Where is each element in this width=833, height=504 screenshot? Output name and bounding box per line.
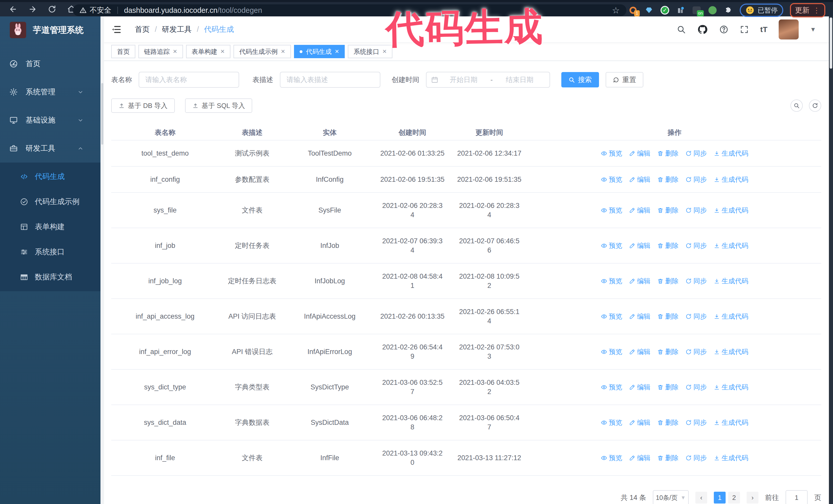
- generate-code-link[interactable]: 生成代码: [714, 206, 748, 215]
- page-size-select[interactable]: 10条/页▼: [653, 490, 689, 504]
- edit-link[interactable]: 编辑: [629, 149, 650, 158]
- preview-link[interactable]: 预览: [601, 206, 622, 215]
- generate-code-link[interactable]: 生成代码: [714, 453, 748, 462]
- generate-code-link[interactable]: 生成代码: [714, 175, 748, 184]
- generate-code-link[interactable]: 生成代码: [714, 312, 748, 321]
- tab-代码生成[interactable]: 代码生成✕: [294, 45, 345, 58]
- extension-icon-columns[interactable]: [676, 6, 685, 15]
- sync-link[interactable]: 同步: [685, 149, 707, 158]
- font-size-icon[interactable]: tT: [760, 25, 767, 34]
- sidebar-scrollbar[interactable]: [100, 17, 104, 504]
- delete-link[interactable]: 删除: [657, 149, 679, 158]
- extension-icon-puzzle[interactable]: [724, 6, 733, 15]
- edit-link[interactable]: 编辑: [629, 175, 650, 184]
- delete-link[interactable]: 删除: [657, 277, 679, 286]
- tab-首页[interactable]: 首页: [111, 45, 135, 58]
- import-sql-button[interactable]: 基于 SQL 导入: [185, 98, 253, 113]
- prev-page-button[interactable]: ‹: [695, 492, 707, 503]
- preview-link[interactable]: 预览: [601, 453, 622, 462]
- delete-link[interactable]: 删除: [657, 383, 679, 392]
- generate-code-link[interactable]: 生成代码: [714, 383, 748, 392]
- app-logo-bar[interactable]: 芋道管理系统: [0, 17, 100, 44]
- fullscreen-icon[interactable]: [740, 25, 749, 34]
- delete-link[interactable]: 删除: [657, 347, 679, 356]
- delete-link[interactable]: 删除: [657, 453, 679, 462]
- tab-系统接口[interactable]: 系统接口✕: [348, 45, 392, 58]
- sync-link[interactable]: 同步: [685, 418, 707, 427]
- next-page-button[interactable]: ›: [747, 492, 758, 503]
- extension-icon-green[interactable]: [708, 6, 717, 15]
- scrollbar-thumb[interactable]: [830, 18, 832, 69]
- import-db-button[interactable]: 基于 DB 导入: [111, 98, 175, 113]
- tab-代码生成示例[interactable]: 代码生成示例✕: [234, 45, 291, 58]
- page-button-2[interactable]: 2: [728, 492, 740, 503]
- sidebar-item-dashboard[interactable]: 首页: [0, 50, 100, 78]
- delete-link[interactable]: 删除: [657, 175, 679, 184]
- reload-icon[interactable]: [48, 5, 56, 14]
- table-name-input[interactable]: [139, 72, 239, 88]
- close-icon[interactable]: ✕: [173, 48, 177, 55]
- chevron-down-icon[interactable]: ▼: [810, 26, 816, 33]
- extension-icon-gem[interactable]: [644, 6, 653, 15]
- page-button-1[interactable]: 1: [714, 492, 725, 503]
- show-search-button[interactable]: [790, 99, 803, 112]
- preview-link[interactable]: 预览: [601, 277, 622, 286]
- generate-code-link[interactable]: 生成代码: [714, 418, 748, 427]
- profile-paused-pill[interactable]: 已暂停: [740, 4, 783, 17]
- edit-link[interactable]: 编辑: [629, 347, 650, 356]
- preview-link[interactable]: 预览: [601, 175, 622, 184]
- collapse-sidebar-icon[interactable]: [111, 24, 121, 34]
- forward-icon[interactable]: [28, 5, 37, 14]
- sync-link[interactable]: 同步: [685, 241, 707, 250]
- extension-icon-check[interactable]: ✓: [660, 6, 669, 15]
- tab-表单构建[interactable]: 表单构建✕: [186, 45, 231, 58]
- delete-link[interactable]: 删除: [657, 312, 679, 321]
- extension-icon-dark[interactable]: on: [692, 6, 701, 15]
- reset-button[interactable]: 重置: [606, 72, 643, 88]
- breadcrumb-item[interactable]: 首页: [135, 24, 150, 34]
- edit-link[interactable]: 编辑: [629, 206, 650, 215]
- generate-code-link[interactable]: 生成代码: [714, 277, 748, 286]
- sidebar-item-toolbox[interactable]: 研发工具: [0, 134, 100, 163]
- preview-link[interactable]: 预览: [601, 383, 622, 392]
- edit-link[interactable]: 编辑: [629, 453, 650, 462]
- close-icon[interactable]: ✕: [220, 48, 225, 55]
- sidebar-subitem-example[interactable]: 代码生成示例: [0, 189, 100, 214]
- delete-link[interactable]: 删除: [657, 418, 679, 427]
- edit-link[interactable]: 编辑: [629, 241, 650, 250]
- sync-link[interactable]: 同步: [685, 453, 707, 462]
- generate-code-link[interactable]: 生成代码: [714, 241, 748, 250]
- edit-link[interactable]: 编辑: [629, 312, 650, 321]
- sync-link[interactable]: 同步: [685, 347, 707, 356]
- generate-code-link[interactable]: 生成代码: [714, 149, 748, 158]
- address-bar[interactable]: 不安全 dashboard.yudao.iocoder.cn/tool/code…: [73, 4, 626, 16]
- sync-link[interactable]: 同步: [685, 312, 707, 321]
- delete-link[interactable]: 删除: [657, 241, 679, 250]
- search-button[interactable]: 搜索: [561, 72, 599, 88]
- table-desc-input[interactable]: [280, 72, 380, 88]
- extension-icon-orange[interactable]: 1: [628, 6, 638, 15]
- sidebar-subitem-database[interactable]: 数据库文档: [0, 265, 100, 290]
- preview-link[interactable]: 预览: [601, 312, 622, 321]
- avatar[interactable]: [779, 20, 799, 40]
- refresh-button[interactable]: [809, 99, 821, 112]
- sync-link[interactable]: 同步: [685, 277, 707, 286]
- tab-链路追踪[interactable]: 链路追踪✕: [138, 45, 183, 58]
- close-icon[interactable]: ✕: [281, 48, 285, 55]
- preview-link[interactable]: 预览: [601, 241, 622, 250]
- browser-update-button[interactable]: 更新 ⋮: [790, 3, 825, 18]
- edit-link[interactable]: 编辑: [629, 277, 650, 286]
- window-scrollbar[interactable]: [829, 17, 833, 504]
- breadcrumb-item[interactable]: 研发工具: [162, 24, 192, 34]
- delete-link[interactable]: 删除: [657, 206, 679, 215]
- search-icon[interactable]: [677, 25, 686, 34]
- sync-link[interactable]: 同步: [685, 175, 707, 184]
- preview-link[interactable]: 预览: [601, 418, 622, 427]
- edit-link[interactable]: 编辑: [629, 383, 650, 392]
- sidebar-subitem-code[interactable]: 代码生成: [0, 164, 100, 189]
- close-icon[interactable]: ✕: [335, 48, 339, 55]
- preview-link[interactable]: 预览: [601, 149, 622, 158]
- edit-link[interactable]: 编辑: [629, 418, 650, 427]
- sidebar-scrollbar-thumb[interactable]: [101, 83, 103, 145]
- sync-link[interactable]: 同步: [685, 383, 707, 392]
